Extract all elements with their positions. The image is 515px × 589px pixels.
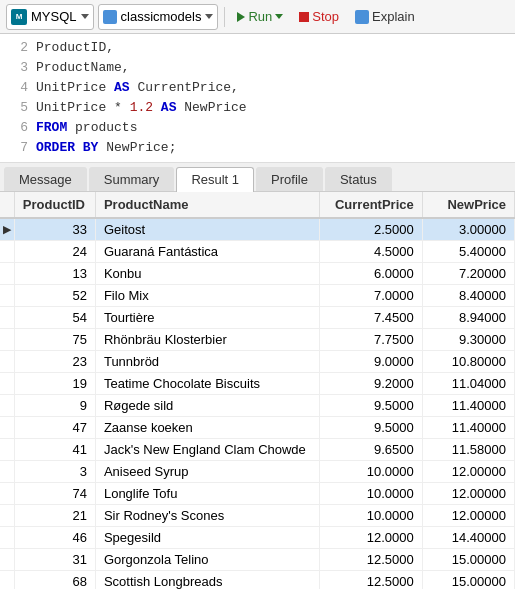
- table-row[interactable]: 19Teatime Chocolate Biscuits9.200011.040…: [0, 373, 515, 395]
- toolbar-divider-1: [224, 7, 225, 27]
- editor-line-3: 3 ProductName,: [8, 58, 507, 78]
- tab-result1[interactable]: Result 1: [176, 167, 254, 192]
- row-marker: [0, 241, 14, 263]
- cell-newprice: 15.00000: [422, 549, 514, 571]
- cell-productid: 13: [14, 263, 95, 285]
- connection-chevron-icon: [81, 14, 89, 19]
- cell-productid: 54: [14, 307, 95, 329]
- row-marker: [0, 483, 14, 505]
- cell-newprice: 12.00000: [422, 505, 514, 527]
- table-row[interactable]: ▶33Geitost2.50003.00000: [0, 218, 515, 241]
- row-marker: [0, 549, 14, 571]
- cell-productname: Geitost: [95, 218, 319, 241]
- cell-productid: 33: [14, 218, 95, 241]
- cell-currentprice: 9.6500: [320, 439, 422, 461]
- cell-productid: 24: [14, 241, 95, 263]
- row-marker: [0, 307, 14, 329]
- table-row[interactable]: 68Scottish Longbreads12.500015.00000: [0, 571, 515, 590]
- cell-productid: 19: [14, 373, 95, 395]
- tab-status[interactable]: Status: [325, 167, 392, 191]
- result-tabs: Message Summary Result 1 Profile Status: [0, 163, 515, 192]
- editor-line-7: 7 ORDER BY NewPrice;: [8, 138, 507, 158]
- col-header-currentprice[interactable]: CurrentPrice: [320, 192, 422, 218]
- cell-currentprice: 9.0000: [320, 351, 422, 373]
- table-row[interactable]: 52Filo Mix7.00008.40000: [0, 285, 515, 307]
- row-marker-header: [0, 192, 14, 218]
- explain-icon: [355, 10, 369, 24]
- result-table-container[interactable]: ProductID ProductName CurrentPrice NewPr…: [0, 192, 515, 589]
- connection-selector[interactable]: M MYSQL: [6, 4, 94, 30]
- tab-summary[interactable]: Summary: [89, 167, 175, 191]
- col-header-newprice[interactable]: NewPrice: [422, 192, 514, 218]
- row-marker: [0, 527, 14, 549]
- cell-productname: Jack's New England Clam Chowde: [95, 439, 319, 461]
- stop-icon: [299, 12, 309, 22]
- row-marker: [0, 395, 14, 417]
- table-row[interactable]: 54Tourtière7.45008.94000: [0, 307, 515, 329]
- table-row[interactable]: 31Gorgonzola Telino12.500015.00000: [0, 549, 515, 571]
- tab-profile[interactable]: Profile: [256, 167, 323, 191]
- cell-newprice: 11.40000: [422, 395, 514, 417]
- cell-currentprice: 12.5000: [320, 549, 422, 571]
- toolbar: M MYSQL classicmodels Run Stop Explain: [0, 0, 515, 34]
- cell-productname: Aniseed Syrup: [95, 461, 319, 483]
- cell-newprice: 5.40000: [422, 241, 514, 263]
- cell-currentprice: 10.0000: [320, 483, 422, 505]
- cell-currentprice: 12.0000: [320, 527, 422, 549]
- cell-currentprice: 12.5000: [320, 571, 422, 590]
- row-marker: [0, 417, 14, 439]
- col-header-productname[interactable]: ProductName: [95, 192, 319, 218]
- cell-newprice: 8.40000: [422, 285, 514, 307]
- cell-newprice: 12.00000: [422, 461, 514, 483]
- cell-currentprice: 7.0000: [320, 285, 422, 307]
- cell-productname: Zaanse koeken: [95, 417, 319, 439]
- cell-productname: Scottish Longbreads: [95, 571, 319, 590]
- cell-currentprice: 7.7500: [320, 329, 422, 351]
- run-label: Run: [248, 9, 272, 24]
- cell-newprice: 11.40000: [422, 417, 514, 439]
- cell-productid: 75: [14, 329, 95, 351]
- table-row[interactable]: 3Aniseed Syrup10.000012.00000: [0, 461, 515, 483]
- row-marker: [0, 285, 14, 307]
- cell-newprice: 11.04000: [422, 373, 514, 395]
- cell-productname: Teatime Chocolate Biscuits: [95, 373, 319, 395]
- table-row[interactable]: 13Konbu6.00007.20000: [0, 263, 515, 285]
- table-header-row: ProductID ProductName CurrentPrice NewPr…: [0, 192, 515, 218]
- cell-productid: 47: [14, 417, 95, 439]
- cell-productname: Longlife Tofu: [95, 483, 319, 505]
- cell-newprice: 9.30000: [422, 329, 514, 351]
- cell-currentprice: 10.0000: [320, 505, 422, 527]
- editor-line-5: 5 UnitPrice * 1.2 AS NewPrice: [8, 98, 507, 118]
- run-button[interactable]: Run: [231, 4, 289, 30]
- tab-message[interactable]: Message: [4, 167, 87, 191]
- cell-newprice: 12.00000: [422, 483, 514, 505]
- cell-productid: 52: [14, 285, 95, 307]
- stop-button[interactable]: Stop: [293, 4, 345, 30]
- cell-productid: 41: [14, 439, 95, 461]
- row-marker: [0, 263, 14, 285]
- result-table: ProductID ProductName CurrentPrice NewPr…: [0, 192, 515, 589]
- table-row[interactable]: 24Guaraná Fantástica4.50005.40000: [0, 241, 515, 263]
- sql-editor[interactable]: 2 ProductID, 3 ProductName, 4 UnitPrice …: [0, 34, 515, 163]
- row-marker: ▶: [0, 218, 14, 241]
- cell-productid: 23: [14, 351, 95, 373]
- cell-productid: 9: [14, 395, 95, 417]
- cell-currentprice: 6.0000: [320, 263, 422, 285]
- cell-currentprice: 2.5000: [320, 218, 422, 241]
- table-row[interactable]: 41Jack's New England Clam Chowde9.650011…: [0, 439, 515, 461]
- cell-productid: 68: [14, 571, 95, 590]
- col-header-productid[interactable]: ProductID: [14, 192, 95, 218]
- table-row[interactable]: 47Zaanse koeken9.500011.40000: [0, 417, 515, 439]
- table-row[interactable]: 46Spegesild12.000014.40000: [0, 527, 515, 549]
- cell-newprice: 14.40000: [422, 527, 514, 549]
- database-selector[interactable]: classicmodels: [98, 4, 219, 30]
- database-icon: [103, 10, 117, 24]
- table-row[interactable]: 75Rhönbräu Klosterbier7.75009.30000: [0, 329, 515, 351]
- table-row[interactable]: 74Longlife Tofu10.000012.00000: [0, 483, 515, 505]
- explain-button[interactable]: Explain: [349, 4, 421, 30]
- mysql-icon: M: [11, 9, 27, 25]
- table-row[interactable]: 23Tunnbröd9.000010.80000: [0, 351, 515, 373]
- table-row[interactable]: 9Røgede sild9.500011.40000: [0, 395, 515, 417]
- cell-productname: Tourtière: [95, 307, 319, 329]
- table-row[interactable]: 21Sir Rodney's Scones10.000012.00000: [0, 505, 515, 527]
